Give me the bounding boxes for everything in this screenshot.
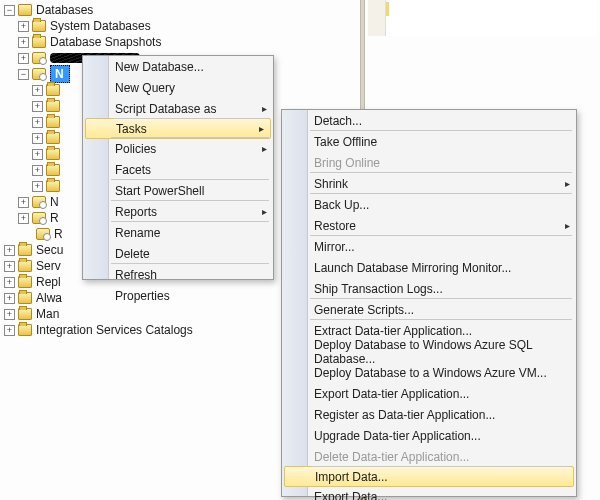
menu-item-delete-dac: Delete Data-tier Application... [282, 446, 576, 467]
tree-label: R [50, 210, 59, 226]
menu-label: Launch Database Mirroring Monitor... [314, 261, 511, 275]
menu-item-properties[interactable]: Properties [83, 285, 273, 306]
expand-icon[interactable]: + [32, 133, 43, 144]
menu-label: Delete [115, 247, 150, 261]
menu-label: Register as Data-tier Application... [314, 408, 495, 422]
tree-label: Database Snapshots [50, 34, 161, 50]
expand-icon[interactable]: + [32, 117, 43, 128]
folder-icon [18, 4, 32, 16]
tree-label: N [50, 194, 59, 210]
expand-icon[interactable]: + [32, 101, 43, 112]
expand-icon[interactable]: + [32, 181, 43, 192]
menu-item-reports[interactable]: Reports [83, 201, 273, 222]
menu-label: Facets [115, 163, 151, 177]
folder-icon [46, 116, 60, 128]
expand-icon[interactable]: + [4, 245, 15, 256]
menu-item-refresh[interactable]: Refresh [83, 264, 273, 285]
tree-node-snapshots[interactable]: + Database Snapshots [4, 34, 274, 50]
folder-icon [46, 100, 60, 112]
expand-icon[interactable]: + [4, 293, 15, 304]
menu-item-ship-logs[interactable]: Ship Transaction Logs... [282, 278, 576, 299]
menu-label: Refresh [115, 268, 157, 282]
menu-item-script-database[interactable]: Script Database as [83, 98, 273, 119]
folder-icon [18, 324, 32, 336]
menu-item-mirror[interactable]: Mirror... [282, 236, 576, 257]
menu-item-shrink[interactable]: Shrink [282, 173, 576, 194]
menu-item-detach[interactable]: Detach... [282, 110, 576, 131]
expand-icon[interactable]: + [18, 37, 29, 48]
menu-label: Export Data-tier Application... [314, 387, 469, 401]
menu-item-take-offline[interactable]: Take Offline [282, 131, 576, 152]
menu-item-tasks[interactable]: Tasks [85, 118, 271, 139]
database-icon [32, 52, 46, 64]
menu-item-start-powershell[interactable]: Start PowerShell [83, 180, 273, 201]
expand-icon[interactable]: + [18, 213, 29, 224]
menu-item-deploy-azure-sql[interactable]: Deploy Database to Windows Azure SQL Dat… [282, 341, 576, 362]
menu-item-restore[interactable]: Restore [282, 215, 576, 236]
menu-label: Back Up... [314, 198, 369, 212]
menu-label: Ship Transaction Logs... [314, 282, 443, 296]
menu-label: Reports [115, 205, 157, 219]
menu-item-facets[interactable]: Facets [83, 159, 273, 180]
tree-label: Alwa [36, 290, 62, 306]
menu-label: New Query [115, 81, 175, 95]
menu-label: Extract Data-tier Application... [314, 324, 472, 338]
menu-item-import-data[interactable]: Import Data... [284, 466, 574, 487]
expand-icon[interactable]: + [18, 21, 29, 32]
menu-label: Tasks [116, 122, 147, 136]
tree-node-system-databases[interactable]: + System Databases [4, 18, 274, 34]
folder-icon [18, 276, 32, 288]
collapse-icon[interactable]: − [18, 69, 29, 80]
expand-icon[interactable]: + [4, 277, 15, 288]
menu-label: Bring Online [314, 156, 380, 170]
tree-label: System Databases [50, 18, 151, 34]
menu-item-upgrade-dac[interactable]: Upgrade Data-tier Application... [282, 425, 576, 446]
expand-icon[interactable]: + [18, 197, 29, 208]
folder-icon [18, 244, 32, 256]
expand-icon[interactable]: + [4, 325, 15, 336]
folder-icon [46, 148, 60, 160]
menu-label: Export Data... [314, 490, 387, 501]
menu-item-register-dac[interactable]: Register as Data-tier Application... [282, 404, 576, 425]
expand-icon[interactable]: + [4, 261, 15, 272]
expand-icon[interactable]: + [32, 149, 43, 160]
menu-label: Deploy Database to a Windows Azure VM... [314, 366, 547, 380]
tree-node-integration[interactable]: +Integration Services Catalogs [4, 322, 274, 338]
menu-item-launch-mirroring[interactable]: Launch Database Mirroring Monitor... [282, 257, 576, 278]
editor-gutter [368, 0, 386, 36]
menu-item-export-data[interactable]: Export Data... [282, 486, 576, 500]
folder-icon [46, 164, 60, 176]
menu-item-new-query[interactable]: New Query [83, 77, 273, 98]
editor-cursor-mark [386, 2, 389, 16]
editor-area[interactable] [386, 0, 596, 36]
tree-label: Databases [36, 2, 93, 18]
menu-item-policies[interactable]: Policies [83, 138, 273, 159]
submenu-tasks: Detach... Take Offline Bring Online Shri… [281, 109, 577, 497]
tree-label: Integration Services Catalogs [36, 322, 193, 338]
tree-label: R [54, 226, 63, 242]
expand-icon[interactable]: + [32, 85, 43, 96]
tree-label: Serv [36, 258, 61, 274]
menu-item-deploy-azure-vm[interactable]: Deploy Database to a Windows Azure VM... [282, 362, 576, 383]
context-menu-database: New Database... New Query Script Databas… [82, 55, 274, 280]
menu-label: New Database... [115, 60, 204, 74]
menu-item-generate-scripts[interactable]: Generate Scripts... [282, 299, 576, 320]
menu-item-back-up[interactable]: Back Up... [282, 194, 576, 215]
menu-label: Shrink [314, 177, 348, 191]
expand-icon[interactable]: + [18, 53, 29, 64]
folder-icon [18, 260, 32, 272]
expand-icon[interactable]: + [32, 165, 43, 176]
menu-item-rename[interactable]: Rename [83, 222, 273, 243]
menu-item-new-database[interactable]: New Database... [83, 56, 273, 77]
menu-label: Start PowerShell [115, 184, 204, 198]
menu-label: Properties [115, 289, 170, 303]
expand-icon[interactable]: + [4, 309, 15, 320]
tree-label-selected: N [50, 65, 70, 83]
tree-node[interactable]: +Man [4, 306, 274, 322]
menu-label: Generate Scripts... [314, 303, 414, 317]
menu-label: Restore [314, 219, 356, 233]
menu-item-export-dac[interactable]: Export Data-tier Application... [282, 383, 576, 404]
tree-node-databases[interactable]: − Databases [4, 2, 274, 18]
menu-item-delete[interactable]: Delete [83, 243, 273, 264]
collapse-icon[interactable]: − [4, 5, 15, 16]
